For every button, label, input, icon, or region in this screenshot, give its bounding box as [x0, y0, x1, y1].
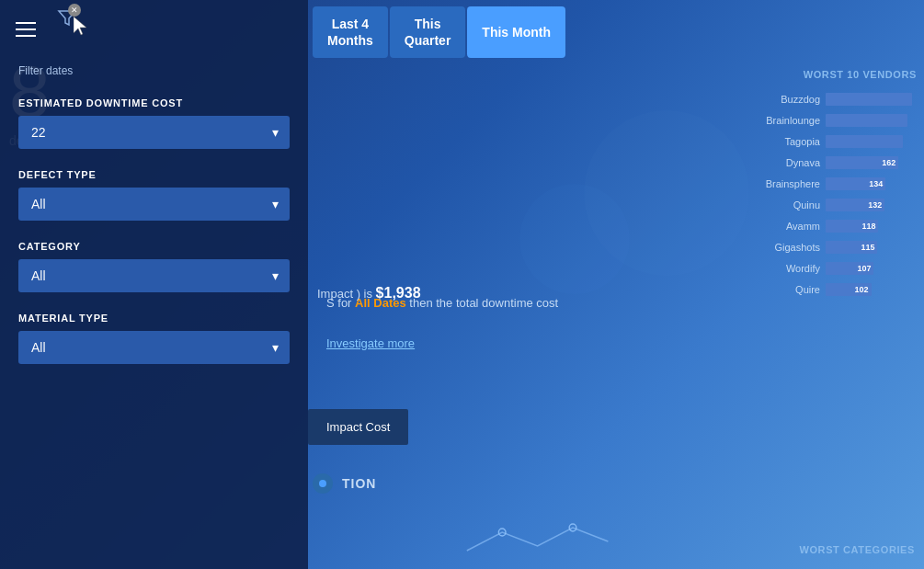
vendor-row-avamm: Avamm 118: [761, 218, 917, 234]
filter-section-downtime-cost: ESTIMATED DOWNTIME COST 22 50 100 200: [18, 97, 290, 149]
vendor-bar-buzzdog: [826, 93, 912, 106]
hamburger-button[interactable]: [9, 13, 42, 46]
hamburger-line-1: [16, 22, 36, 24]
hamburger-line-2: [16, 28, 36, 30]
vendor-bar-gigashots: 115: [826, 241, 877, 254]
vendor-row-tagopia: Tagopia: [761, 133, 917, 150]
action-label: TION: [342, 476, 376, 491]
action-circle-icon: [313, 473, 333, 494]
vendor-name-tagopia: Tagopia: [761, 136, 826, 147]
tab-thismonth[interactable]: This Month: [467, 6, 565, 58]
vendor-row-brainlounge: Brainlounge: [761, 112, 917, 129]
vendor-name-quire: Quire: [761, 284, 826, 295]
vendor-name-buzzdog: Buzzdog: [761, 94, 826, 105]
vendor-value-brainsphere: 134: [869, 179, 883, 188]
vendor-bar-container-wordify: 107: [826, 262, 917, 275]
vendor-value-wordify: 107: [857, 264, 871, 273]
filter-icon-area: ✕: [57, 7, 77, 28]
impact-cost-button[interactable]: Impact Cost: [308, 409, 408, 445]
select-wrapper-defect-type: All Type A Type B: [18, 188, 290, 221]
vendor-name-avamm: Avamm: [761, 221, 826, 232]
chart-lines: [308, 495, 749, 569]
vendor-name-quinu: Quinu: [761, 199, 826, 211]
select-downtime-cost[interactable]: 22 50 100 200: [18, 116, 290, 149]
vendor-value-dynava: 162: [882, 158, 895, 167]
is-label: ) is: [357, 287, 376, 301]
vendor-bar-container-dynava: 162: [826, 156, 917, 169]
filter-section-category: CATEGORY All Cat A Cat B: [18, 241, 290, 292]
select-defect-type[interactable]: All Type A Type B: [18, 188, 290, 221]
vendors-chart: WORST 10 VENDORS Buzzdog Brainlounge Tag…: [754, 60, 924, 312]
filter-label-downtime-cost: ESTIMATED DOWNTIME COST: [18, 97, 290, 108]
vendors-chart-title: WORST 10 VENDORS: [761, 69, 917, 80]
vendor-bar-container-quinu: 132: [826, 199, 917, 211]
select-category[interactable]: All Cat A Cat B: [18, 259, 290, 292]
action-area: TION: [313, 473, 376, 494]
vendor-bar-dynava: 162: [826, 156, 898, 169]
vendor-value-avamm: 118: [861, 222, 875, 231]
vendor-row-quinu: Quinu 132: [761, 197, 917, 213]
vendor-bar-brainsphere: 134: [826, 177, 885, 190]
filter-label-material-type: MATERIAL TYPE: [18, 313, 290, 324]
filter-section-defect-type: DEFECT TYPE All Type A Type B: [18, 169, 290, 221]
select-wrapper-downtime-cost: 22 50 100 200: [18, 116, 290, 149]
vendor-row-quire: Quire 102: [761, 281, 917, 298]
sidebar: Filter dates ESTIMATED DOWNTIME COST 22 …: [0, 0, 308, 569]
filter-label-category: CATEGORY: [18, 241, 290, 252]
vendor-bar-container-gigashots: 115: [826, 241, 917, 254]
vendor-bar-quire: 102: [826, 283, 872, 296]
select-wrapper-category: All Cat A Cat B: [18, 259, 290, 292]
filter-label-defect-type: DEFECT TYPE: [18, 169, 290, 180]
vendor-bar-container-brainlounge: [826, 114, 917, 127]
time-tabs: Last 4Months ThisQuarter This Month: [313, 6, 565, 58]
vendor-row-dynava: Dynava 162: [761, 154, 917, 171]
investigate-link[interactable]: Investigate more: [326, 336, 415, 350]
vendor-bar-brainlounge: [826, 114, 907, 127]
vendor-bar-container-tagopia: [826, 135, 917, 148]
impact-label: Impact: [317, 287, 353, 301]
vendor-row-buzzdog: Buzzdog: [761, 91, 917, 108]
impact-is-label: Impact ) is $1,938: [317, 285, 421, 302]
vendor-bar-avamm: 118: [826, 220, 878, 233]
filter-section-material-type: MATERIAL TYPE All Material A Material B: [18, 313, 290, 364]
vendor-bar-container-avamm: 118: [826, 220, 917, 233]
tab-last4months[interactable]: Last 4Months: [313, 6, 388, 58]
vendor-name-gigashots: Gigashots: [761, 242, 826, 253]
vendor-name-wordify: Wordify: [761, 263, 826, 274]
vendor-bar-wordify: 107: [826, 262, 873, 275]
select-wrapper-material-type: All Material A Material B: [18, 331, 290, 364]
vendor-value-quinu: 132: [868, 200, 882, 210]
filter-dates-label: Filter dates: [18, 64, 290, 77]
vendor-row-wordify: Wordify 107: [761, 260, 917, 277]
close-filter-badge[interactable]: ✕: [68, 4, 81, 17]
vendor-value-gigashots: 115: [861, 243, 874, 252]
insight-suffix: then the total downtime cost: [406, 296, 558, 310]
vendor-bar-container-buzzdog: [826, 93, 917, 106]
vendor-value-quire: 102: [854, 285, 868, 294]
vendor-name-brainsphere: Brainsphere: [761, 178, 826, 189]
vendor-row-brainsphere: Brainsphere 134: [761, 176, 917, 192]
tab-thisquarter[interactable]: ThisQuarter: [390, 6, 466, 58]
cost-value: $1,938: [376, 285, 421, 301]
vendor-bar-container-quire: 102: [826, 283, 917, 296]
hamburger-line-3: [16, 35, 36, 37]
vendor-bar-quinu: 132: [826, 199, 884, 211]
vendor-row-gigashots: Gigashots 115: [761, 239, 917, 256]
worst-categories-title: WORST CATEGORIES: [799, 544, 915, 555]
vendor-bar-container-brainsphere: 134: [826, 177, 917, 190]
action-inner-dot: [319, 480, 326, 487]
main-content: Last 4Months ThisQuarter This Month ✕ Fi…: [0, 0, 924, 569]
select-material-type[interactable]: All Material A Material B: [18, 331, 290, 364]
vendor-name-brainlounge: Brainlounge: [761, 115, 826, 126]
vendor-bar-tagopia: [826, 135, 903, 148]
vendor-name-dynava: Dynava: [761, 157, 826, 168]
